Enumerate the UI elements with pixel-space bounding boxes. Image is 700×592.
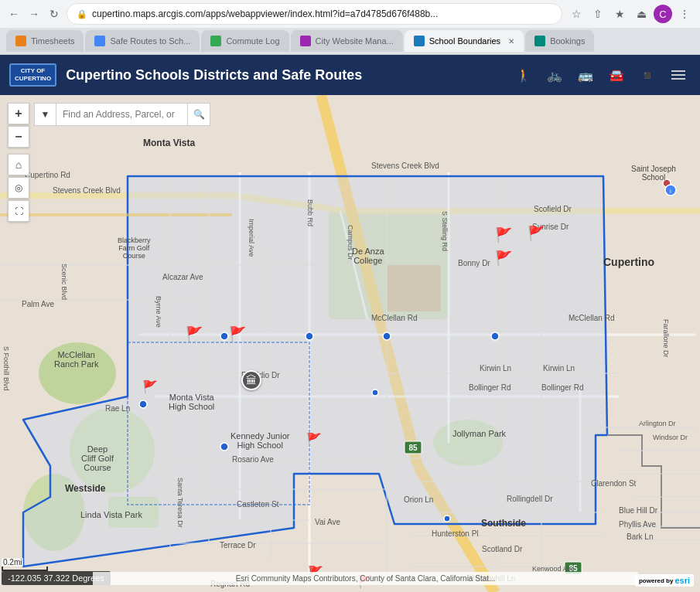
tabs-bar: Timesheets Safe Routes to Sch... Commute… [0, 28, 700, 54]
flag-marker-1: 🚩 [186, 325, 203, 342]
bus-icon-btn[interactable]: 🚌 [573, 63, 598, 87]
layers-icon-btn[interactable]: ◾ [635, 63, 660, 87]
powered-by-text: powered by [639, 577, 673, 584]
svg-point-52 [220, 332, 228, 340]
forward-button[interactable]: → [26, 6, 42, 22]
home-button[interactable]: ⌂ [8, 154, 29, 175]
tab-commute-log[interactable]: Commute Log [201, 30, 289, 52]
map-svg: 85 85 i [0, 95, 700, 592]
share-button[interactable]: ⇧ [589, 5, 607, 23]
bike-icon-btn[interactable]: 🚲 [542, 63, 567, 87]
city-website-favicon [300, 36, 311, 46]
reload-button[interactable]: ↻ [46, 6, 62, 22]
tab-safe-routes-label: Safe Routes to Sch... [110, 36, 190, 46]
car-icon-btn[interactable]: 🚘 [604, 63, 629, 87]
tab-school-boundaries[interactable]: School Boundaries ✕ [405, 30, 524, 52]
map-search: ▼ 🔍 [34, 103, 210, 126]
app-header: CITY OFCUPERTINO Cupertino Schools Distr… [0, 55, 700, 95]
commute-log-favicon [210, 36, 221, 46]
tab-school-boundaries-label: School Boundaries [429, 36, 500, 46]
browser-nav: ← → ↻ 🔒 cupertino.maps.arcgis.com/apps/w… [0, 0, 700, 28]
school-building-marker: 🏛 [241, 370, 261, 390]
locate-button[interactable]: ◎ [8, 177, 29, 199]
esri-logo: powered by esri [635, 574, 694, 587]
lock-icon: 🔒 [77, 9, 87, 19]
flag-marker-7: 🚩 [306, 432, 322, 447]
profile-button[interactable]: C [654, 5, 672, 23]
tab-commute-log-label: Commute Log [226, 36, 279, 46]
city-logo: CITY OFCUPERTINO [9, 63, 56, 86]
zoom-in-button[interactable]: + [8, 103, 29, 124]
menu-button[interactable]: ⋮ [675, 5, 694, 23]
map-controls: + − ⌂ ◎ ⛶ [8, 103, 29, 222]
svg-point-57 [139, 400, 147, 408]
svg-point-55 [491, 332, 499, 340]
flag-marker-4: 🚩 [495, 226, 512, 243]
nav-actions: ☆ ⇧ ★ ⏏ C ⋮ [567, 5, 694, 23]
search-dropdown-button[interactable]: ▼ [34, 103, 56, 126]
app-title: Cupertino Schools Districts and Safe Rou… [66, 67, 502, 83]
esri-brand-text: esri [674, 576, 690, 585]
flag-marker-5: 🚩 [528, 225, 545, 242]
flag-marker-2: 🚩 [229, 325, 246, 342]
star-button[interactable]: ★ [610, 5, 629, 23]
svg-point-59 [444, 515, 450, 522]
address-bar[interactable]: 🔒 cupertino.maps.arcgis.com/apps/webappv… [67, 3, 562, 25]
hamburger-menu-btn[interactable] [666, 63, 691, 87]
tab-close-icon[interactable]: ✕ [508, 37, 514, 46]
tab-bookings-label: Bookings [550, 36, 585, 46]
browser-chrome: ← → ↻ 🔒 cupertino.maps.arcgis.com/apps/w… [0, 0, 700, 55]
tab-timesheets[interactable]: Timesheets [6, 30, 84, 52]
bookmark-button[interactable]: ☆ [567, 5, 586, 23]
city-logo-box: CITY OFCUPERTINO [9, 63, 56, 86]
svg-point-58 [372, 390, 378, 396]
attribution-text: Esri Community Maps Contributors, County… [93, 572, 638, 585]
fullscreen-button[interactable]: ⛶ [8, 200, 29, 222]
scale-bar: 0.2mi [2, 558, 48, 571]
tab-timesheets-label: Timesheets [31, 36, 74, 46]
puzzle-button[interactable]: ⏏ [632, 5, 650, 23]
header-icons: 🚶 🚲 🚌 🚘 ◾ [511, 63, 691, 87]
back-button[interactable]: ← [6, 6, 22, 22]
search-input[interactable] [56, 103, 187, 126]
svg-point-53 [306, 332, 313, 340]
map-container[interactable]: 85 85 i Monta Vista Cupertino Rd Stevens… [0, 95, 700, 592]
svg-point-56 [220, 443, 228, 451]
svg-text:i: i [670, 188, 671, 195]
tab-safe-routes[interactable]: Safe Routes to Sch... [85, 30, 200, 52]
safe-routes-favicon [94, 36, 105, 46]
timesheets-favicon [15, 36, 26, 46]
flag-marker-3: 🚩 [142, 379, 158, 394]
svg-point-2 [39, 342, 116, 404]
tab-city-website[interactable]: City Website Mana... [291, 30, 403, 52]
url-text: cupertino.maps.arcgis.com/apps/webappvie… [92, 9, 552, 19]
tab-city-website-label: City Website Mana... [316, 36, 394, 46]
scale-label: 0.2mi [2, 558, 23, 566]
zoom-out-button[interactable]: − [8, 126, 29, 148]
svg-point-54 [383, 332, 391, 340]
walk-icon-btn[interactable]: 🚶 [511, 63, 536, 87]
search-submit-button[interactable]: 🔍 [187, 103, 210, 126]
school-boundaries-favicon [414, 36, 425, 46]
tab-bookings[interactable]: Bookings [525, 30, 594, 52]
svg-text:85: 85 [408, 444, 418, 452]
bookings-favicon [534, 36, 545, 46]
flag-marker-6: 🚩 [495, 250, 512, 267]
